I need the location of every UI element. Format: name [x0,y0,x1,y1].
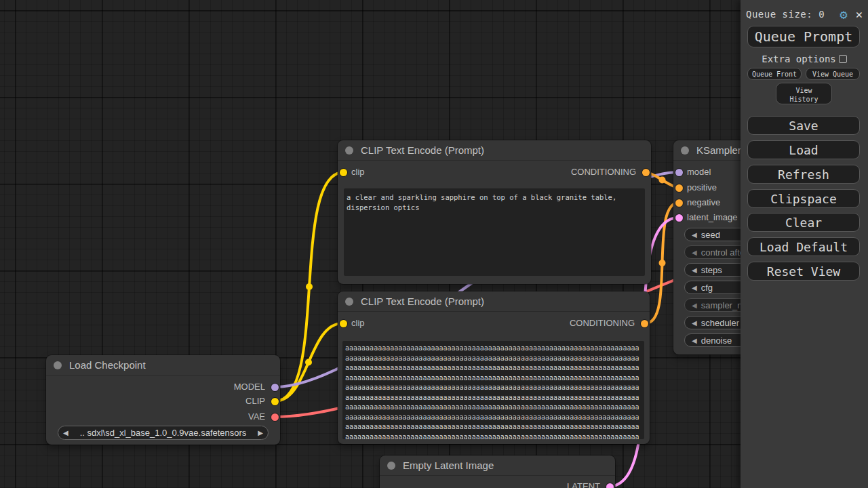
vae-output-port[interactable] [271,413,279,421]
node-title-bar[interactable]: Load Checkpoint [46,355,280,375]
widget-prev-icon[interactable]: ◀ [685,337,701,344]
link-midpoint-dot [659,177,666,184]
node-collapse-dot[interactable] [387,462,395,470]
queue-size-label: Queue size: 0 [746,9,825,20]
settings-gear-icon[interactable]: ⚙ [840,7,847,21]
node-title-bar[interactable]: CLIP Text Encode (Prompt) [338,291,650,312]
clip-output-port[interactable] [271,398,279,405]
node-empty-latent-image[interactable]: Empty Latent Image LATENT [380,455,615,488]
input-label: model [687,167,711,177]
widget-label: sampler_n [701,300,743,310]
output-label: CONDITIONING [571,167,636,177]
node-clip-text-encode-positive[interactable]: CLIP Text Encode (Prompt) clip CONDITION… [338,140,651,284]
negative-input-port[interactable] [675,199,683,207]
output-label: MODEL [234,382,265,392]
ckpt-name-widget[interactable]: ◀ .. sdxl\sd_xl_base_1.0_0.9vae.safetens… [58,426,269,440]
load-button[interactable]: Load [747,140,860,159]
input-label: latent_image [687,212,737,222]
clipspace-button[interactable]: Clipspace [747,189,860,208]
ckpt-name-value: .. sdxl\sd_xl_base_1.0_0.9vae.safetensor… [73,428,254,438]
view-history-button[interactable]: View History [776,83,832,104]
input-label: positive [687,182,717,192]
positive-prompt-textarea[interactable]: a clear and sparkling sapphire on top of… [344,188,645,276]
node-clip-text-encode-negative[interactable]: CLIP Text Encode (Prompt) clip CONDITION… [338,291,650,444]
clear-button[interactable]: Clear [747,213,860,232]
link-midpoint-dot [306,283,313,290]
node-title-bar[interactable]: CLIP Text Encode (Prompt) [338,140,651,161]
view-queue-button[interactable]: View Queue [806,68,860,80]
close-icon[interactable]: ✕ [848,7,863,21]
node-load-checkpoint[interactable]: Load Checkpoint MODEL CLIP VAE ◀ .. sdxl… [46,355,280,445]
model-output-port[interactable] [271,384,279,391]
combo-next-icon[interactable]: ▶ [253,429,268,436]
widget-label: control afte [701,247,745,258]
latent-image-input-port[interactable] [675,214,683,222]
node-collapse-dot[interactable] [345,298,353,306]
widget-prev-icon[interactable]: ◀ [685,249,701,256]
node-collapse-dot[interactable] [681,146,689,155]
widget-prev-icon[interactable]: ◀ [685,319,701,327]
load-default-button[interactable]: Load Default [747,237,860,256]
queue-front-button[interactable]: Queue Front [747,68,802,80]
widget-label: cfg [701,283,713,293]
output-conditioning: CONDITIONING [338,167,651,178]
output-conditioning: CONDITIONING [338,318,650,329]
widget-label: denoise [701,336,732,346]
output-label: LATENT [567,481,600,488]
output-label: VAE [248,411,265,422]
comfyui-app: { "sidebar": { "queue_size_label": "Queu… [0,0,868,488]
extra-options-checkbox[interactable] [839,55,847,63]
link-midpoint-dot [305,359,312,366]
widget-label: seed [701,230,720,240]
widget-prev-icon[interactable]: ◀ [685,302,701,309]
input-positive: positive [673,182,717,193]
extra-options-row: Extra options [741,54,868,64]
widget-prev-icon[interactable]: ◀ [685,266,701,274]
queue-prompt-button[interactable]: Queue Prompt [747,26,860,47]
node-collapse-dot[interactable] [54,361,62,369]
combo-prev-icon[interactable]: ◀ [58,429,73,436]
node-collapse-dot[interactable] [345,146,353,155]
menu-header: Queue size: 0 ⚙ ✕ [746,7,863,22]
node-title-bar[interactable]: Empty Latent Image [380,455,615,476]
input-model: model [673,167,711,178]
output-vae: VAE [46,411,280,422]
refresh-button[interactable]: Refresh [747,165,860,184]
output-clip: CLIP [46,396,280,407]
model-input-port[interactable] [675,169,683,176]
positive-input-port[interactable] [675,184,683,192]
save-button[interactable]: Save [747,116,860,135]
reset-view-button[interactable]: Reset View [747,262,860,281]
output-label: CONDITIONING [570,318,635,328]
node-title: Empty Latent Image [403,460,494,471]
negative-prompt-textarea[interactable] [342,341,644,439]
wire-clip-to-negative-prompt [275,323,342,401]
conditioning-output-port[interactable] [641,320,648,327]
widget-label: scheduler [701,318,739,328]
input-label: negative [687,197,720,207]
node-title: CLIP Text Encode (Prompt) [361,296,484,307]
output-latent: LATENT [380,481,615,488]
latent-output-port[interactable] [606,483,614,488]
input-negative: negative [673,197,720,208]
conditioning-output-port[interactable] [642,169,650,176]
node-title: KSampler [696,144,741,156]
extra-options-label: Extra options [762,54,836,64]
output-label: CLIP [245,396,265,406]
output-model: MODEL [46,382,280,392]
wire-clip-to-positive-prompt [275,172,344,401]
comfy-menu: Queue size: 0 ⚙ ✕ Queue Prompt Extra opt… [741,0,868,488]
node-title: Load Checkpoint [69,359,146,371]
link-midpoint-dot [659,260,666,266]
input-latent-image: latent_image [673,212,737,223]
node-title: CLIP Text Encode (Prompt) [361,144,484,156]
widget-prev-icon[interactable]: ◀ [685,284,701,291]
widget-prev-icon[interactable]: ◀ [685,231,701,239]
widget-label: steps [701,265,722,275]
